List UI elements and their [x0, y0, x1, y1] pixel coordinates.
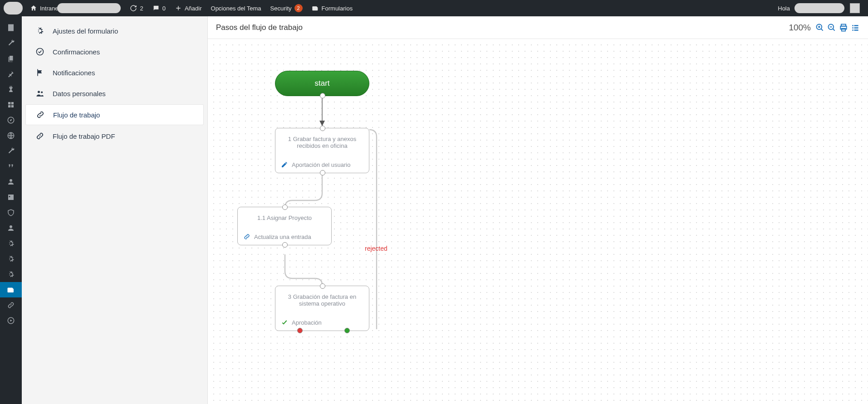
add-new-link[interactable]: Añadir — [170, 0, 206, 16]
home-icon — [30, 5, 37, 12]
avatar — [850, 3, 860, 13]
svg-point-6 — [38, 91, 40, 93]
admin-topbar: Intrane 2 0 Añadir Opciones del Tema Sec… — [0, 0, 868, 16]
settings-item-label: Ajustes del formulario — [53, 27, 118, 35]
port-in[interactable] — [282, 204, 288, 210]
port-approved[interactable] — [344, 328, 350, 333]
plus-icon — [175, 5, 182, 12]
page-title: Pasos del flujo de trabajo — [216, 23, 303, 32]
theme-options-link[interactable]: Opciones del Tema — [206, 0, 266, 16]
svg-point-5 — [37, 49, 44, 55]
rail-gear-1[interactable] — [0, 236, 22, 251]
rail-link[interactable] — [0, 297, 22, 313]
rail-pin[interactable] — [0, 66, 22, 82]
rail-plug[interactable] — [0, 82, 22, 97]
rail-pages[interactable] — [0, 51, 22, 66]
zoom-in-icon[interactable] — [815, 23, 824, 32]
rail-media[interactable] — [0, 190, 22, 205]
settings-item-label: Notificaciones — [53, 69, 95, 77]
port-in[interactable] — [320, 126, 325, 131]
intranet-label: Intrane — [40, 5, 58, 12]
form-icon — [312, 5, 319, 12]
security-link[interactable]: Security 2 — [266, 0, 307, 16]
workflow-node-1[interactable]: 1 Grabar factura y anexos recibidos en o… — [275, 128, 369, 173]
forms-link[interactable]: Formularios — [307, 0, 358, 16]
updates-link[interactable]: 2 — [125, 0, 147, 16]
settings-item-label: Datos personales — [53, 90, 106, 97]
redacted-username — [794, 3, 844, 13]
workflow-node-2[interactable]: 1.1 Asignar Proyecto Actualiza una entra… — [237, 207, 332, 245]
workflow-start-node[interactable]: start — [275, 71, 369, 96]
port-rejected[interactable] — [297, 328, 303, 333]
rail-compass[interactable] — [0, 112, 22, 128]
check-circle-icon — [35, 47, 44, 56]
redacted-logo — [4, 2, 23, 15]
print-icon[interactable] — [839, 23, 848, 32]
node-title: 3 Grabación de factura en sistema operat… — [275, 286, 369, 315]
settings-item-label: Confirmaciones — [53, 48, 100, 56]
port-in[interactable] — [320, 283, 325, 289]
main-content: Pasos del flujo de trabajo 100% — [208, 16, 868, 404]
settings-item-form-config[interactable]: Ajustes del formulario — [25, 21, 204, 41]
settings-item-confirmations[interactable]: Confirmaciones — [25, 42, 204, 62]
edge-label-rejected: rejected — [365, 245, 387, 252]
forms-label: Formularios — [322, 5, 353, 12]
theme-options-label: Opciones del Tema — [211, 5, 261, 12]
admin-rail — [0, 16, 22, 404]
pencil-icon — [281, 161, 288, 168]
comment-icon — [152, 5, 160, 12]
rail-user[interactable] — [0, 174, 22, 190]
home-link[interactable]: Intrane — [25, 0, 125, 16]
settings-sidebar: Ajustes del formulario Confirmaciones No… — [22, 16, 208, 404]
settings-item-label: Flujo de trabajo PDF — [53, 132, 115, 140]
link-icon — [35, 131, 44, 141]
node-footer-label: Aportación del usuario — [292, 161, 350, 168]
settings-item-notifications[interactable]: Notificaciones — [25, 63, 204, 83]
comments-link[interactable]: 0 — [148, 0, 170, 16]
port-out[interactable] — [282, 242, 288, 248]
refresh-icon — [130, 5, 137, 12]
node-title: 1 Grabar factura y anexos recibidos en o… — [275, 128, 369, 157]
rail-building[interactable] — [0, 20, 22, 35]
greeting-label: Hola — [778, 5, 790, 12]
rail-tools[interactable] — [0, 143, 22, 159]
svg-point-3 — [10, 225, 12, 228]
comments-count: 0 — [162, 5, 166, 12]
start-label: start — [314, 79, 329, 88]
workflow-node-3[interactable]: 3 Grabación de factura en sistema operat… — [275, 286, 369, 331]
rail-shield[interactable] — [0, 205, 22, 220]
main-header: Pasos del flujo de trabajo 100% — [208, 16, 868, 39]
rail-forms[interactable] — [0, 282, 22, 297]
node-footer-label: Actualiza una entrada — [254, 234, 311, 240]
link-icon — [36, 110, 45, 119]
list-icon[interactable] — [851, 23, 860, 32]
workflow-canvas[interactable]: start 1 Grabar factura y anexos recibido… — [208, 39, 868, 404]
port-out[interactable] — [320, 170, 325, 175]
people-icon — [35, 89, 44, 98]
rail-play[interactable] — [0, 313, 22, 328]
node-title: 1.1 Asignar Proyecto — [238, 207, 331, 229]
settings-item-workflow-pdf[interactable]: Flujo de trabajo PDF — [25, 126, 204, 146]
flag-icon — [35, 68, 44, 77]
rail-gear-3[interactable] — [0, 267, 22, 282]
link-icon — [243, 233, 250, 240]
node-footer-label: Aprobación — [292, 319, 322, 326]
svg-rect-12 — [842, 28, 845, 31]
rail-wrench[interactable] — [0, 35, 22, 51]
settings-item-personal-data[interactable]: Datos personales — [25, 83, 204, 103]
settings-item-workflow[interactable]: Flujo de trabajo — [25, 104, 204, 125]
security-label: Security — [270, 5, 292, 12]
rail-gear-2[interactable] — [0, 251, 22, 267]
updates-count: 2 — [140, 5, 143, 12]
port-out[interactable] — [320, 93, 325, 98]
user-greeting[interactable]: Hola — [773, 0, 864, 16]
rail-quote[interactable] — [0, 159, 22, 174]
zoom-controls: 100% — [789, 23, 860, 33]
rail-builder[interactable] — [0, 97, 22, 112]
rail-profile[interactable] — [0, 220, 22, 236]
gear-icon — [35, 26, 44, 35]
zoom-out-icon[interactable] — [827, 23, 836, 32]
rail-globe[interactable] — [0, 128, 22, 143]
add-label: Añadir — [185, 5, 202, 12]
security-badge: 2 — [294, 4, 303, 12]
